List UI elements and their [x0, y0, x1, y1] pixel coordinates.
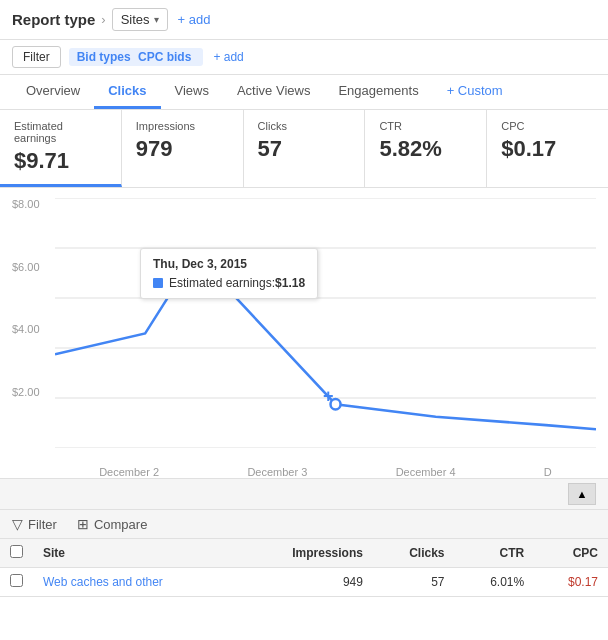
row-clicks: 57	[373, 568, 455, 597]
tooltip-item-label: Estimated earnings:	[169, 276, 275, 290]
stat-ctr-value: 5.82%	[379, 136, 472, 162]
scroll-up-button[interactable]: ▲	[568, 483, 596, 505]
bid-types-label: Bid types	[77, 50, 131, 64]
compare-toolbar-label: Compare	[94, 517, 147, 532]
row-checkbox[interactable]	[10, 574, 23, 587]
y-label-2: $2.00	[12, 386, 52, 398]
filter-toolbar-button[interactable]: ▽ Filter	[12, 516, 57, 532]
stat-earnings-value: $9.71	[14, 148, 107, 174]
stat-impressions-label: Impressions	[136, 120, 229, 132]
tooltip-dot	[153, 278, 163, 288]
select-all-checkbox[interactable]	[10, 545, 23, 558]
bid-types-tag: Bid types CPC bids	[69, 48, 204, 66]
table-header-cpc[interactable]: CPC	[534, 539, 608, 568]
x-label-d: D	[544, 466, 552, 478]
stat-clicks: Clicks 57	[244, 110, 366, 187]
row-cpc: $0.17	[534, 568, 608, 597]
table-row: Web caches and other 949 57 6.01% $0.17	[0, 568, 608, 597]
report-type-label: Report type	[12, 11, 95, 28]
compare-icon: ⊞	[77, 516, 89, 532]
add-filter-link[interactable]: + add	[213, 50, 243, 64]
stat-cpc-label: CPC	[501, 120, 594, 132]
stat-clicks-value: 57	[258, 136, 351, 162]
tab-views[interactable]: Views	[161, 75, 223, 109]
filter-bar: Filter Bid types CPC bids + add	[0, 40, 608, 75]
bottom-toolbar: ▽ Filter ⊞ Compare	[0, 509, 608, 539]
table-header-site[interactable]: Site	[33, 539, 239, 568]
data-table: Site Impressions Clicks CTR CPC Web cach…	[0, 539, 608, 597]
table-header-ctr[interactable]: CTR	[455, 539, 535, 568]
stat-earnings-label: Estimated earnings	[14, 120, 107, 144]
filter-icon: ▽	[12, 516, 23, 532]
stat-impressions: Impressions 979	[122, 110, 244, 187]
chart-crosshair: +	[323, 386, 334, 407]
x-label-dec3: December 3	[247, 466, 307, 478]
compare-toolbar-button[interactable]: ⊞ Compare	[77, 516, 147, 532]
table-header-row: Site Impressions Clicks CTR CPC	[0, 539, 608, 568]
y-label-6: $6.00	[12, 261, 52, 273]
add-button[interactable]: + add	[178, 12, 211, 27]
stat-estimated-earnings: Estimated earnings $9.71	[0, 110, 122, 187]
tabs-bar: Overview Clicks Views Active Views Engag…	[0, 75, 608, 110]
stat-cpc: CPC $0.17	[487, 110, 608, 187]
stat-cpc-value: $0.17	[501, 136, 594, 162]
table-header-checkbox	[0, 539, 33, 568]
y-axis-labels: $8.00 $6.00 $4.00 $2.00	[12, 198, 52, 448]
filter-button[interactable]: Filter	[12, 46, 61, 68]
y-label-8: $8.00	[12, 198, 52, 210]
row-checkbox-cell	[0, 568, 33, 597]
sites-dropdown[interactable]: Sites ▾	[112, 8, 168, 31]
chart-svg-container: +	[55, 198, 596, 448]
chart-tooltip: Thu, Dec 3, 2015 Estimated earnings: $1.…	[140, 248, 318, 299]
chart-area: $8.00 $6.00 $4.00 $2.00 + Thu, Dec 3, 20…	[0, 188, 608, 478]
row-ctr: 6.01%	[455, 568, 535, 597]
x-axis-labels: December 2 December 3 December 4 D	[55, 466, 596, 478]
site-link[interactable]: Web caches and other	[43, 575, 163, 589]
x-label-dec2: December 2	[99, 466, 159, 478]
tab-overview[interactable]: Overview	[12, 75, 94, 109]
tab-custom[interactable]: + Custom	[433, 75, 517, 109]
tooltip-item-value: $1.18	[275, 276, 305, 290]
row-site-cell: Web caches and other	[33, 568, 239, 597]
stat-clicks-label: Clicks	[258, 120, 351, 132]
sites-label: Sites	[121, 12, 150, 27]
tab-active-views[interactable]: Active Views	[223, 75, 324, 109]
stat-ctr-label: CTR	[379, 120, 472, 132]
scroll-indicator: ▲	[0, 478, 608, 509]
stats-row: Estimated earnings $9.71 Impressions 979…	[0, 110, 608, 188]
filter-toolbar-label: Filter	[28, 517, 57, 532]
chart-svg	[55, 198, 596, 448]
tab-clicks[interactable]: Clicks	[94, 75, 160, 109]
x-label-dec4: December 4	[396, 466, 456, 478]
header-bar: Report type › Sites ▾ + add	[0, 0, 608, 40]
y-label-4: $4.00	[12, 323, 52, 335]
dropdown-arrow-icon: ▾	[154, 14, 159, 25]
table-header-impressions[interactable]: Impressions	[239, 539, 373, 568]
table-header-clicks[interactable]: Clicks	[373, 539, 455, 568]
tooltip-title: Thu, Dec 3, 2015	[153, 257, 305, 271]
breadcrumb-arrow: ›	[101, 12, 105, 27]
stat-ctr: CTR 5.82%	[365, 110, 487, 187]
row-impressions: 949	[239, 568, 373, 597]
cpc-bids-value: CPC bids	[138, 50, 191, 64]
stat-impressions-value: 979	[136, 136, 229, 162]
tooltip-item: Estimated earnings: $1.18	[153, 276, 305, 290]
tab-engagements[interactable]: Engagements	[324, 75, 432, 109]
